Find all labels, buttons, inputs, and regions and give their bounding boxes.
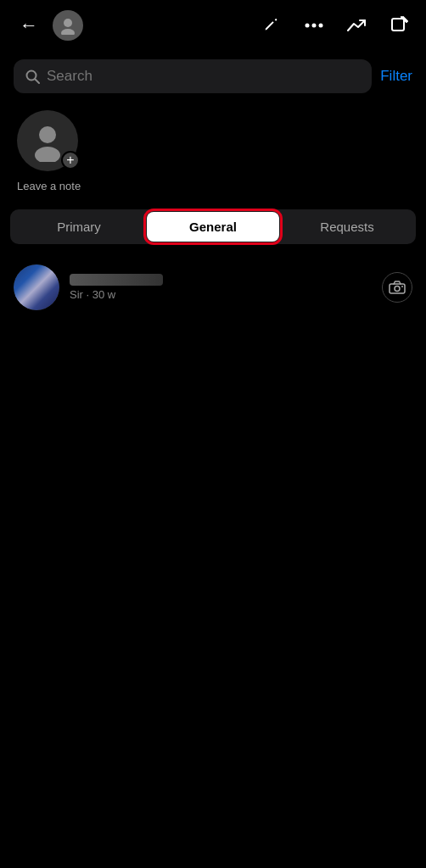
tab-general[interactable]: General [147,212,279,242]
svg-point-1 [61,29,75,35]
search-icon [25,70,40,84]
leave-note-label: Leave a note [17,180,81,192]
svg-rect-12 [390,284,405,293]
back-arrow-icon: ← [20,14,38,36]
tab-requests[interactable]: Requests [281,212,413,242]
search-bar [14,59,372,93]
note-avatar-wrap[interactable]: + [17,110,78,171]
svg-point-2 [305,24,310,28]
pencil-icon [263,17,280,34]
back-button[interactable]: ← [14,10,44,41]
top-bar: ← [0,0,426,51]
top-bar-left: ← [14,10,83,41]
top-bar-right [258,12,412,39]
message-avatar [14,264,59,310]
magnify-icon [25,70,40,84]
ellipsis-icon [305,23,323,28]
search-input[interactable] [47,68,360,85]
filter-button[interactable]: Filter [380,68,412,85]
tab-primary[interactable]: Primary [13,212,145,242]
camera-icon [389,281,406,294]
note-area: + Leave a note [0,102,426,204]
svg-point-11 [35,147,60,162]
table-row[interactable]: Sir · 30 w [8,256,418,319]
message-content: Sir · 30 w [70,274,372,301]
svg-point-4 [319,24,323,28]
svg-point-13 [395,287,400,292]
trending-button[interactable] [343,12,370,39]
more-button[interactable] [300,12,328,39]
avatar-image [14,264,59,310]
message-list: Sir · 30 w [0,256,426,319]
add-note-button[interactable]: + [61,151,80,170]
trending-up-icon [347,18,366,33]
svg-point-3 [312,24,317,28]
message-name [70,274,163,286]
search-container: Filter [0,51,426,102]
svg-line-9 [36,79,40,83]
message-right [382,272,412,303]
user-avatar-icon [59,16,77,35]
profile-pic-small [53,10,83,41]
edit-button[interactable] [258,12,285,39]
message-preview: Sir · 30 w [70,288,372,301]
svg-rect-5 [392,19,404,31]
compose-button[interactable] [385,12,412,39]
camera-button[interactable] [382,272,412,303]
tabs-container: Primary General Requests [10,209,416,244]
svg-point-14 [401,286,403,287]
svg-point-10 [39,126,56,143]
compose-icon [390,16,408,35]
svg-point-0 [64,19,72,27]
